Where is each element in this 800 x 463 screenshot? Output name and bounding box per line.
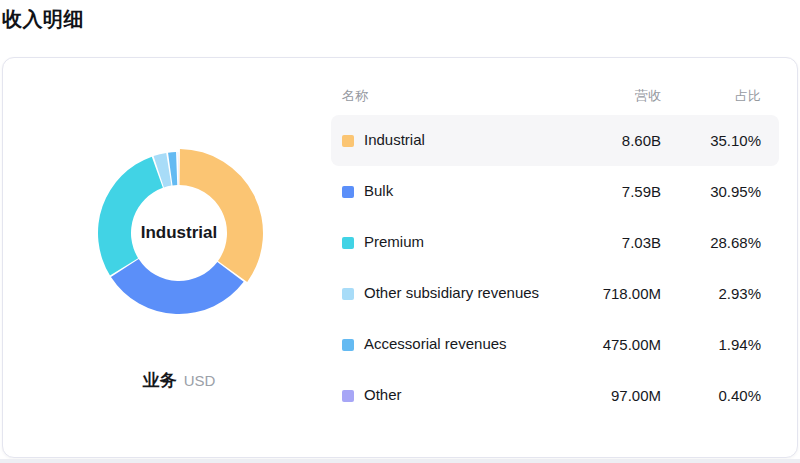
series-color-swatch <box>342 237 354 249</box>
header-percent: 占比 <box>661 87 761 105</box>
table-row[interactable]: Accessorial revenues475.00M1.94% <box>331 319 779 370</box>
series-revenue: 7.59B <box>554 183 661 200</box>
table-header-row: 名称 营收 占比 <box>331 76 779 115</box>
chart-currency-unit: USD <box>184 372 216 389</box>
series-percent: 35.10% <box>661 132 761 149</box>
series-percent: 1.94% <box>661 336 761 353</box>
header-revenue: 营收 <box>554 87 661 105</box>
series-name: Premium <box>364 232 554 252</box>
series-revenue: 8.60B <box>554 132 661 149</box>
series-percent: 0.40% <box>661 387 761 404</box>
series-color-swatch <box>342 390 354 402</box>
page-bottom-edge <box>0 459 800 463</box>
series-color-swatch <box>342 135 354 147</box>
table-row[interactable]: Premium7.03B28.68% <box>331 217 779 268</box>
series-percent: 28.68% <box>661 234 761 251</box>
donut-chart[interactable]: Industrial <box>89 143 269 323</box>
series-color-swatch <box>342 339 354 351</box>
donut-segment[interactable] <box>98 157 163 276</box>
chart-dimension-label: 业务 <box>143 371 177 390</box>
table-row[interactable]: Industrial8.60B35.10% <box>331 115 779 166</box>
series-name: Other subsidiary revenues <box>364 283 554 303</box>
header-name: 名称 <box>342 87 554 105</box>
series-name: Other <box>364 385 554 405</box>
series-percent: 2.93% <box>661 285 761 302</box>
series-revenue: 475.00M <box>554 336 661 353</box>
series-name: Accessorial revenues <box>364 334 554 354</box>
revenue-breakdown-card: Industrial 业务USD 名称 营收 占比 Industrial8.60… <box>2 57 798 458</box>
revenue-table-rows: Industrial8.60B35.10%Bulk7.59B30.95%Prem… <box>331 115 779 421</box>
series-color-swatch <box>342 288 354 300</box>
series-color-swatch <box>342 186 354 198</box>
donut-chart-svg <box>89 143 269 323</box>
table-row[interactable]: Other97.00M0.40% <box>331 370 779 421</box>
series-revenue: 7.03B <box>554 234 661 251</box>
donut-segment[interactable] <box>178 152 179 185</box>
revenue-table: 名称 营收 占比 Industrial8.60B35.10%Bulk7.59B3… <box>331 76 779 421</box>
series-revenue: 718.00M <box>554 285 661 302</box>
donut-segment[interactable] <box>180 149 263 282</box>
table-row[interactable]: Bulk7.59B30.95% <box>331 166 779 217</box>
table-row[interactable]: Other subsidiary revenues718.00M2.93% <box>331 268 779 319</box>
series-name: Industrial <box>364 130 554 150</box>
series-percent: 30.95% <box>661 183 761 200</box>
series-revenue: 97.00M <box>554 387 661 404</box>
donut-segment[interactable] <box>111 259 244 314</box>
series-name: Bulk <box>364 181 554 201</box>
page-title: 收入明细 <box>2 6 84 33</box>
chart-footer: 业务USD <box>89 369 269 392</box>
